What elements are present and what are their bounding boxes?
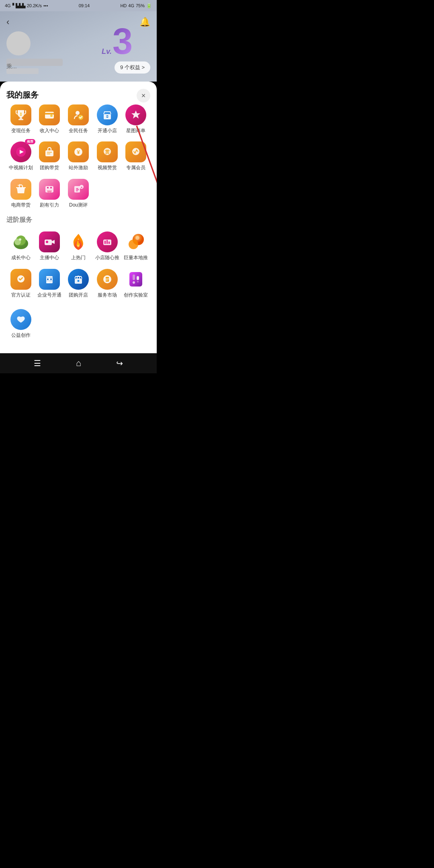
- home-icon[interactable]: ⌂: [76, 358, 81, 368]
- live-camera-icon: [43, 235, 56, 248]
- service-dou-label: Dou测评: [69, 202, 88, 208]
- svg-point-55: [133, 281, 135, 284]
- reward-icon: 赏: [101, 145, 114, 158]
- tgshop-icon: [72, 273, 85, 286]
- vip-icon: [129, 145, 142, 158]
- service-xingtushangdan[interactable]: 星图商单: [121, 100, 150, 137]
- menu-icon[interactable]: ☰: [34, 358, 41, 368]
- wallet-icon: [43, 108, 56, 121]
- profile-header: ‹ 🔔 Lv. 3 乘... 9 个权益 >: [0, 11, 157, 82]
- advanced-juliang-label: 巨量本地推: [124, 255, 148, 260]
- shop-icon: [101, 108, 114, 121]
- hd-label: HD: [120, 3, 127, 8]
- service-zhanwai[interactable]: ¥ 站外激励: [64, 137, 93, 174]
- svg-point-47: [50, 278, 52, 280]
- trophy-icon: [14, 108, 27, 121]
- svg-rect-5: [45, 112, 54, 119]
- service-dou[interactable]: + Dou测评: [64, 175, 93, 212]
- svg-rect-15: [45, 150, 53, 156]
- advanced-suixin[interactable]: 小店随心推: [93, 227, 122, 264]
- service-bianzhen[interactable]: 变现任务: [6, 100, 35, 137]
- svg-point-22: [47, 187, 49, 188]
- level-badge: Lv. 3: [102, 23, 133, 59]
- back-nav-icon[interactable]: ↩: [116, 358, 123, 368]
- service-zanshang[interactable]: 赏 视频赞赏: [93, 137, 122, 174]
- advanced-zhibo[interactable]: 主播中心: [35, 227, 64, 264]
- advanced-guanfang[interactable]: 官方认证: [6, 265, 35, 302]
- advanced-section-title: 进阶服务: [6, 216, 150, 224]
- advanced-juliang[interactable]: 巨量本地推: [121, 227, 150, 264]
- svg-marker-12: [131, 111, 140, 119]
- hot-flame-icon: +: [68, 231, 89, 252]
- status-left: 4G ▘▙▙▙ 20.2K/s •••: [5, 3, 48, 8]
- service-tuangou[interactable]: 团购带货: [35, 137, 64, 174]
- advanced-chuangzuo[interactable]: 创作实验室: [121, 265, 150, 302]
- advanced-chengzhang[interactable]: 成长中心: [6, 227, 35, 264]
- svg-text:+: +: [81, 186, 83, 189]
- user-tag: 乘...: [6, 63, 17, 70]
- signal-label: 4G: [5, 3, 11, 8]
- svg-point-33: [46, 241, 48, 243]
- service-kaitong-label: 开通小店: [98, 128, 117, 133]
- advanced-tgkaidian-label: 团购开店: [69, 292, 88, 298]
- service-dianshang[interactable]: 电商带货: [6, 175, 35, 212]
- svg-text:+: +: [78, 237, 80, 241]
- speed-label: 20.2K/s: [27, 3, 42, 8]
- svg-rect-3: [18, 119, 23, 120]
- battery-icon: 🔋: [146, 3, 152, 8]
- service-tuangou-label: 团购带货: [40, 165, 59, 170]
- service-shouru[interactable]: 收入中心: [35, 100, 64, 137]
- advanced-gongyi[interactable]: 公益创作: [6, 305, 35, 342]
- service-zhongshipin[interactable]: 推荐 中视频计划: [6, 137, 35, 174]
- bag-icon: [43, 145, 56, 158]
- service-dianshang-label: 电商带货: [11, 202, 31, 208]
- back-button[interactable]: ‹: [6, 17, 9, 27]
- advanced-suixin-label: 小店随心推: [95, 255, 119, 260]
- svg-rect-6: [45, 113, 54, 115]
- service-kaitong[interactable]: 开通小店: [93, 100, 122, 137]
- svg-point-30: [19, 238, 21, 241]
- svg-rect-38: [106, 240, 108, 244]
- enterprise-icon: [43, 273, 56, 286]
- dots-label: •••: [43, 3, 48, 8]
- svg-point-49: [77, 280, 79, 282]
- svg-text:赏: 赏: [105, 149, 110, 155]
- avatar: [6, 31, 31, 55]
- advanced-qiye[interactable]: 企业号开通: [35, 265, 64, 302]
- advanced-fuwu[interactable]: 服务市场: [93, 265, 122, 302]
- advanced-gongyi-label: 公益创作: [11, 332, 31, 338]
- store-bag-icon: [14, 182, 28, 197]
- svg-rect-51: [106, 277, 109, 282]
- drama-icon: [42, 182, 57, 197]
- svg-rect-39: [108, 242, 110, 244]
- service-shouru-label: 收入中心: [40, 128, 59, 133]
- service-zhanwai-label: 站外激励: [69, 165, 88, 170]
- service-juyou[interactable]: 剧有引力: [35, 175, 64, 212]
- service-zhongshipin-label: 中视频计划: [9, 165, 33, 170]
- advanced-reshang[interactable]: + 上热门: [64, 227, 93, 264]
- market-icon: [101, 273, 114, 286]
- service-quanmin[interactable]: 全民任务: [64, 100, 93, 137]
- test-icon: +: [71, 182, 86, 197]
- svg-rect-52: [129, 272, 142, 287]
- money-icon: ¥: [72, 145, 85, 158]
- service-bianzhen-label: 变现任务: [11, 128, 31, 133]
- time-label: 09:14: [79, 3, 90, 8]
- service-juyou-label: 剧有引力: [40, 202, 59, 208]
- network-label: 4G: [128, 3, 134, 8]
- verify-icon: [14, 273, 27, 286]
- svg-point-23: [50, 187, 52, 188]
- service-zanshang-label: 视频赞赏: [98, 165, 117, 170]
- svg-point-7: [50, 115, 53, 117]
- public-grid: 公益创作: [6, 305, 150, 342]
- svg-point-4: [20, 113, 22, 114]
- lab-icon: [125, 269, 146, 290]
- advanced-reshang-label: 上热门: [71, 255, 86, 260]
- benefits-button[interactable]: 9 个权益 >: [115, 61, 150, 74]
- svg-point-8: [76, 111, 80, 115]
- service-zhuanshu[interactable]: 专属会员: [121, 137, 150, 174]
- benefits-label: 9 个权益 >: [120, 64, 145, 71]
- notification-bell-icon[interactable]: 🔔: [139, 17, 150, 27]
- advanced-tgkaidian[interactable]: 团购开店: [64, 265, 93, 302]
- bottom-navigation: ☰ ⌂ ↩: [0, 353, 157, 373]
